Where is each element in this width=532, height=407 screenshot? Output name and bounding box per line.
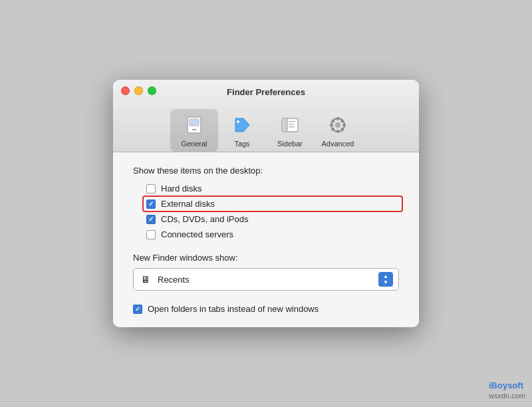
watermark: iBoysoft wsxdn.com [489,380,525,400]
svg-rect-5 [282,118,287,132]
general-label: General [181,140,207,148]
toolbar: General Tags [121,104,411,152]
svg-rect-9 [289,126,295,128]
svg-rect-14 [330,124,333,126]
toolbar-item-advanced[interactable]: Advanced [314,109,362,152]
toolbar-item-tags[interactable]: Tags [218,109,266,152]
open-tabs-label: Open folders in tabs instead of new wind… [148,304,319,314]
connected-servers-checkbox[interactable] [146,230,156,239]
tags-icon [230,113,254,137]
svg-rect-7 [289,121,295,122]
new-windows-section: New Finder windows show: 🖥 Recents ▲ ▼ [133,253,399,291]
recents-icon: 🖥 [139,274,152,285]
svg-rect-2 [192,129,196,130]
desktop-section-label: Show these items on the desktop: [133,166,399,176]
checkbox-item-connected-servers: Connected servers [146,229,399,239]
sidebar-icon [278,113,302,137]
svg-rect-8 [289,124,294,125]
maximize-button[interactable] [148,86,156,95]
svg-rect-1 [190,119,199,126]
checkbox-item-hard-disks: Hard disks [146,184,399,194]
checkbox-item-cds-dvds: CDs, DVDs, and iPods [146,214,399,224]
external-disks-label: External disks [161,199,215,209]
cds-dvds-checkbox[interactable] [146,215,156,224]
svg-rect-12 [337,117,339,120]
content-area: Show these items on the desktop: Hard di… [113,152,419,327]
brand-name: iBoysoft [489,380,523,390]
dropdown-value: Recents [158,275,378,285]
site-name: wsxdn.com [489,392,525,400]
advanced-label: Advanced [322,140,354,148]
desktop-checkboxes: Hard disks External disks CDs, DVDs, and… [146,184,399,239]
hard-disks-checkbox[interactable] [146,184,156,194]
dropdown-arrows-icon: ▲ ▼ [378,272,393,287]
toolbar-item-general[interactable]: General [170,109,218,152]
advanced-icon [326,113,350,137]
svg-rect-13 [337,130,339,133]
open-tabs-checkbox-item: Open folders in tabs instead of new wind… [133,304,399,314]
open-tabs-checkbox[interactable] [133,305,142,314]
svg-point-11 [335,122,340,128]
title-bar: Finder Preferences General [113,80,419,152]
external-disks-checkbox[interactable] [146,200,156,209]
cds-dvds-label: CDs, DVDs, and iPods [161,214,249,224]
checkbox-item-external-disks: External disks [146,199,399,209]
svg-point-3 [237,120,239,123]
close-button[interactable] [121,86,130,95]
minimize-button[interactable] [134,86,143,95]
tags-label: Tags [234,140,249,148]
window-title: Finder Preferences [121,87,411,97]
sidebar-label: Sidebar [277,140,303,148]
connected-servers-label: Connected servers [161,229,233,239]
hard-disks-label: Hard disks [161,184,201,194]
general-icon [182,113,206,137]
svg-rect-15 [342,124,346,126]
finder-preferences-window: Finder Preferences General [113,80,419,327]
new-windows-dropdown[interactable]: 🖥 Recents ▲ ▼ [133,268,399,291]
new-windows-label: New Finder windows show: [133,253,399,263]
toolbar-item-sidebar[interactable]: Sidebar [266,109,314,152]
